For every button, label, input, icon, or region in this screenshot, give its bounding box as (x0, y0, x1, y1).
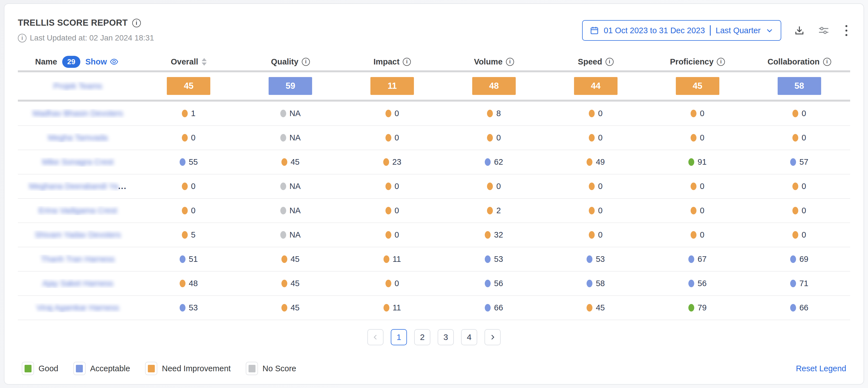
show-names-toggle[interactable]: Show (85, 57, 119, 66)
score-level-dot (793, 134, 798, 142)
reset-legend-link[interactable]: Reset Legend (796, 364, 846, 373)
score-value: 0 (598, 206, 602, 215)
score-cell: 0 (545, 182, 647, 191)
sort-icon[interactable] (202, 58, 207, 66)
score-level-dot (688, 304, 694, 311)
score-cell: 5 (138, 230, 240, 239)
table-body: Madhav Bhasin Devoters1NA08000Megha Tamv… (18, 101, 850, 320)
table-row: Erina Vadigama Crest0NA02000 (18, 199, 850, 223)
row-name-link[interactable]: Ajay Saket Harness (18, 279, 138, 288)
score-level-dot (182, 231, 188, 239)
score-cell: 11 (341, 303, 443, 312)
download-button[interactable] (794, 25, 805, 36)
blurred-name-text: Meghana Deerabandi Ya (29, 182, 118, 191)
score-value: 56 (494, 279, 503, 288)
pagination-next-button[interactable] (485, 329, 501, 345)
score-value: 2 (496, 206, 501, 215)
score-level-dot (485, 231, 491, 239)
score-value: 45 (291, 303, 300, 312)
volume-info-icon[interactable] (506, 58, 514, 66)
score-cell: 53 (443, 255, 545, 264)
score-level-dot (182, 183, 188, 190)
score-value: NA (289, 230, 301, 239)
proficiency-info-icon[interactable] (717, 58, 725, 66)
show-label: Show (85, 57, 107, 66)
score-cell: 0 (341, 279, 443, 288)
pagination-page-button[interactable]: 1 (391, 329, 407, 345)
legend-item-acceptable[interactable]: Acceptable (73, 362, 130, 375)
volume-header-label: Volume (474, 57, 503, 66)
pagination-prev-button[interactable] (367, 329, 383, 345)
table-header-row: Name 29 Show Overall Quality Impact (18, 53, 850, 70)
score-level-dot (691, 231, 696, 239)
legend-label: Good (38, 364, 58, 373)
score-value: 23 (393, 157, 401, 167)
row-name-link[interactable]: Mike Sonagra Crest (18, 157, 138, 167)
impact-info-icon[interactable] (403, 58, 411, 66)
title-info-icon[interactable] (132, 19, 141, 27)
legend-item-good[interactable]: Good (22, 362, 58, 375)
score-cell: NA (240, 133, 341, 142)
legend-swatch-color (249, 365, 255, 372)
score-level-dot (180, 256, 185, 263)
summary-score-cell: 44 (545, 77, 647, 95)
score-value: NA (289, 109, 301, 118)
score-value: 0 (700, 133, 704, 142)
legend-item-no-score[interactable]: No Score (246, 362, 296, 375)
score-cell: 0 (647, 206, 748, 215)
summary-row-name-link[interactable]: Projek Teams (18, 82, 138, 91)
score-level-dot (790, 256, 796, 263)
score-level-dot (385, 110, 391, 117)
score-cell: 11 (341, 255, 443, 264)
speed-header-label: Speed (578, 57, 602, 66)
score-cell: 0 (748, 206, 850, 215)
score-level-dot (281, 158, 287, 166)
kebab-menu-button[interactable] (843, 24, 850, 37)
date-preset-text: Last Quarter (716, 26, 761, 35)
score-level-dot (280, 207, 286, 214)
row-name-link[interactable]: Thanh Tran Harness (18, 255, 138, 264)
score-level-dot (688, 280, 694, 287)
date-range-picker[interactable]: 01 Oct 2023 to 31 Dec 2023 Last Quarter (582, 20, 781, 41)
row-name-link[interactable]: Viraj Agamkar Harness (18, 303, 138, 312)
score-cell: 45 (240, 157, 341, 167)
date-range-text: 01 Oct 2023 to 31 Dec 2023 (604, 26, 705, 35)
row-count-badge: 29 (62, 56, 80, 68)
score-cell: 0 (647, 133, 748, 142)
row-name-link[interactable]: Erina Vadigama Crest (18, 206, 138, 215)
score-cell: 91 (647, 157, 748, 167)
score-value: 69 (799, 255, 808, 264)
speed-info-icon[interactable] (606, 58, 614, 66)
blurred-name-text: Shivam Yadav Devoters (35, 230, 121, 239)
collaboration-info-icon[interactable] (823, 58, 831, 66)
score-cell: 0 (341, 230, 443, 239)
score-cell: 0 (748, 230, 850, 239)
score-cell: 56 (443, 279, 545, 288)
legend-item-need-improvement[interactable]: Need Improvement (145, 362, 231, 375)
report-header-actions: 01 Oct 2023 to 31 Dec 2023 Last Quarter (582, 20, 850, 41)
score-level-dot (793, 207, 798, 214)
score-value: 0 (395, 206, 399, 215)
trellis-score-report-card: TRELLIS SCORE REPORT Last Updated at: 02… (4, 3, 864, 385)
legend-swatch-icon (22, 362, 34, 375)
score-level-dot (589, 231, 595, 239)
summary-score-badge: 44 (574, 77, 618, 95)
table-row: Meghana Deerabandi Ya...0NA00000 (18, 175, 850, 199)
blurred-name-text: Ajay Saket Harness (42, 279, 114, 288)
column-header-overall: Overall (138, 57, 240, 66)
quality-info-icon[interactable] (302, 58, 310, 66)
pagination: 1234 (18, 329, 850, 345)
score-level-dot (383, 304, 390, 311)
row-name-link[interactable]: Madhav Bhasin Devoters (18, 109, 138, 118)
score-value: 57 (799, 157, 808, 167)
pagination-page-button[interactable]: 3 (438, 329, 454, 345)
row-name-link[interactable]: Megha Tamvada (18, 133, 138, 142)
pagination-page-button[interactable]: 4 (461, 329, 477, 345)
settings-button[interactable] (817, 25, 830, 36)
score-level-dot (691, 207, 696, 214)
score-value: 67 (698, 255, 707, 264)
row-name-link[interactable]: Meghana Deerabandi Ya... (18, 182, 138, 191)
legend-swatch-icon (73, 362, 86, 375)
row-name-link[interactable]: Shivam Yadav Devoters (18, 230, 138, 239)
pagination-page-button[interactable]: 2 (414, 329, 430, 345)
